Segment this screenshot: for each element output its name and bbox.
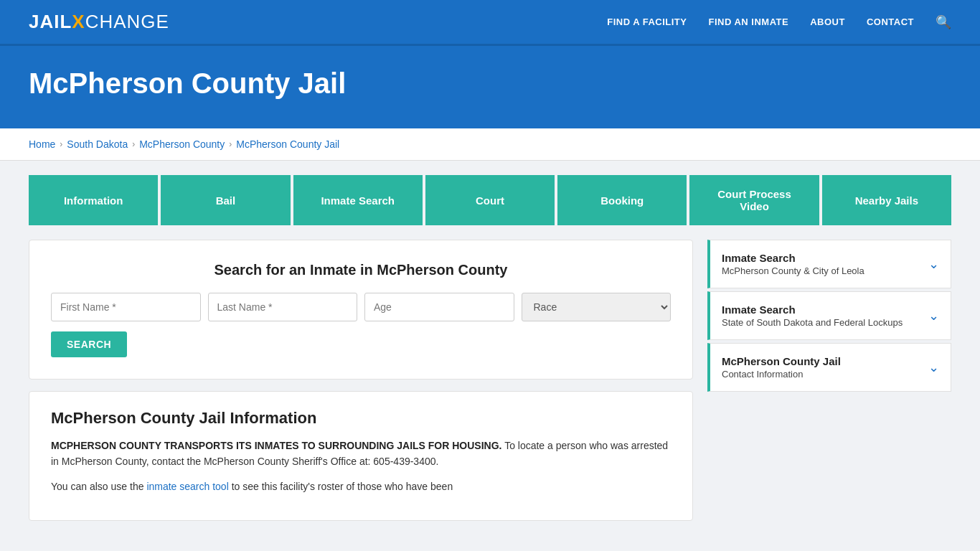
info-para-2-suffix: to see this facility's roster of those w…	[229, 481, 453, 492]
info-para-1-bold: MCPHERSON COUNTY TRANSPORTS ITS INMATES …	[51, 440, 501, 451]
right-panel: Inmate Search McPherson County & City of…	[707, 240, 951, 521]
tabs-bar: Information Bail Inmate Search Court Boo…	[0, 161, 980, 225]
header-search-button[interactable]: 🔍	[936, 14, 951, 30]
logo-x: X	[72, 11, 85, 32]
nav-find-inmate[interactable]: FIND AN INMATE	[708, 17, 788, 27]
sidebar-card-1-text: Inmate Search State of South Dakota and …	[722, 303, 903, 328]
breadcrumb: Home › South Dakota › McPherson County ›…	[29, 138, 951, 150]
breadcrumb-bar: Home › South Dakota › McPherson County ›…	[0, 128, 980, 161]
main-content: Search for an Inmate in McPherson County…	[0, 225, 980, 535]
last-name-input[interactable]	[208, 293, 358, 321]
logo-exchange: CHANGE	[85, 11, 169, 32]
site-header: JAILXCHANGE FIND A FACILITY FIND AN INMA…	[0, 0, 980, 46]
breadcrumb-sep-1: ›	[60, 139, 62, 149]
nav-about[interactable]: ABOUT	[810, 17, 845, 27]
info-heading: McPherson County Jail Information	[51, 409, 671, 428]
tab-information[interactable]: Information	[29, 175, 158, 225]
logo-jail: JAIL	[29, 11, 72, 32]
breadcrumb-state[interactable]: South Dakota	[67, 138, 128, 150]
sidebar-card-2-text: McPherson County Jail Contact Informatio…	[722, 355, 841, 380]
sidebar-card-2-title: McPherson County Jail	[722, 355, 841, 367]
breadcrumb-home[interactable]: Home	[29, 138, 55, 150]
breadcrumb-sep-2: ›	[132, 139, 135, 149]
search-fields: Race White Black Hispanic Asian Other	[51, 293, 671, 321]
tab-nearby-jails[interactable]: Nearby Jails	[822, 175, 951, 225]
search-box: Search for an Inmate in McPherson County…	[29, 240, 693, 380]
tab-inmate-search[interactable]: Inmate Search	[293, 175, 423, 225]
chevron-down-icon-0: ⌄	[928, 256, 939, 272]
sidebar-card-0-text: Inmate Search McPherson County & City of…	[722, 252, 864, 276]
sidebar-card-1[interactable]: Inmate Search State of South Dakota and …	[707, 291, 951, 340]
info-para-2-prefix: You can also use the	[51, 481, 146, 492]
breadcrumb-county[interactable]: McPherson County	[139, 138, 225, 150]
tabs-container: Information Bail Inmate Search Court Boo…	[29, 175, 951, 225]
chevron-down-icon-1: ⌄	[928, 308, 939, 324]
nav-contact[interactable]: CONTACT	[867, 17, 914, 27]
tab-court[interactable]: Court	[425, 175, 555, 225]
inmate-search-link[interactable]: inmate search tool	[146, 481, 228, 492]
race-select[interactable]: Race White Black Hispanic Asian Other	[522, 293, 672, 321]
sidebar-card-1-title: Inmate Search	[722, 303, 903, 316]
search-heading: Search for an Inmate in McPherson County	[51, 262, 671, 278]
info-para-1: MCPHERSON COUNTY TRANSPORTS ITS INMATES …	[51, 438, 671, 470]
sidebar-card-2[interactable]: McPherson County Jail Contact Informatio…	[707, 343, 951, 392]
tab-court-process-video[interactable]: Court Process Video	[689, 175, 819, 225]
sidebar-card-0[interactable]: Inmate Search McPherson County & City of…	[707, 240, 951, 288]
nav-find-facility[interactable]: FIND A FACILITY	[607, 17, 687, 27]
info-para-2: You can also use the inmate search tool …	[51, 479, 671, 494]
chevron-down-icon-2: ⌄	[928, 359, 939, 375]
search-button[interactable]: SEARCH	[51, 331, 127, 357]
tab-bail[interactable]: Bail	[161, 175, 290, 225]
first-name-input[interactable]	[51, 293, 201, 321]
sidebar-card-2-subtitle: Contact Information	[722, 369, 841, 380]
site-logo[interactable]: JAILXCHANGE	[29, 11, 169, 33]
info-box: McPherson County Jail Information MCPHER…	[29, 391, 693, 521]
page-title: McPherson County Jail	[29, 67, 951, 100]
sidebar-card-0-subtitle: McPherson County & City of Leola	[722, 265, 864, 276]
left-panel: Search for an Inmate in McPherson County…	[29, 240, 693, 521]
hero-section: McPherson County Jail	[0, 46, 980, 128]
age-input[interactable]	[364, 293, 514, 321]
tab-booking[interactable]: Booking	[557, 175, 687, 225]
sidebar-card-1-subtitle: State of South Dakota and Federal Lockup…	[722, 317, 903, 328]
sidebar-card-0-title: Inmate Search	[722, 252, 864, 264]
breadcrumb-sep-3: ›	[229, 139, 232, 149]
main-nav: FIND A FACILITY FIND AN INMATE ABOUT CON…	[607, 14, 951, 30]
breadcrumb-current: McPherson County Jail	[236, 138, 339, 150]
